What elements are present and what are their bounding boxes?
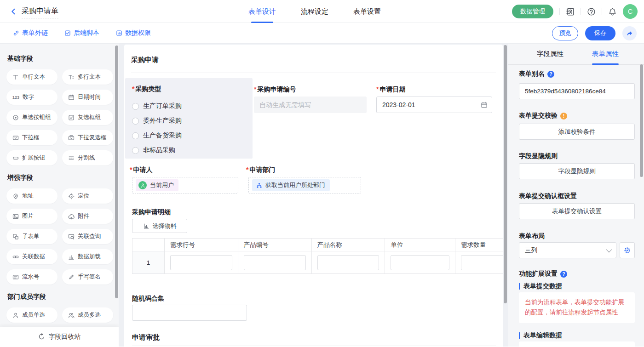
field-item-member-multi[interactable]: 成员多选 bbox=[62, 307, 113, 323]
help-question-icon[interactable] bbox=[547, 71, 554, 78]
confirm-box-button[interactable]: 表单提交确认设置 bbox=[519, 203, 635, 219]
confirm-box-label: 表单提交确认框设置 bbox=[519, 192, 577, 200]
quantity-cell-input[interactable] bbox=[461, 255, 503, 270]
user-avatar[interactable]: C bbox=[623, 4, 638, 19]
field-item-subform[interactable]: 子表单 bbox=[6, 229, 58, 244]
field-item-number[interactable]: 123数字 bbox=[6, 90, 58, 105]
radio-icon bbox=[12, 114, 19, 121]
field-item-label: 数字 bbox=[23, 93, 34, 101]
share-button[interactable] bbox=[622, 26, 637, 40]
layout-select[interactable]: 三列 bbox=[519, 242, 616, 258]
tab-flow-setting[interactable]: 流程设定 bbox=[301, 0, 328, 23]
field-item-label: 单行文本 bbox=[22, 73, 45, 81]
preview-button[interactable]: 预览 bbox=[552, 26, 578, 40]
radio-circle-icon[interactable] bbox=[132, 132, 139, 139]
field-item-serial-number[interactable]: 流水号 bbox=[6, 269, 58, 284]
department-label: 申请部门 bbox=[246, 166, 275, 174]
radio-option-stock[interactable]: 生产备货采购 bbox=[132, 128, 253, 143]
warning-icon[interactable] bbox=[560, 113, 567, 119]
help-question-icon[interactable] bbox=[560, 271, 567, 278]
divider bbox=[602, 8, 602, 15]
tab-form-setting[interactable]: 表单设置 bbox=[353, 0, 381, 23]
field-palette-sidebar: 基础字段 单行文本 多行文本 123数字 日期时间 单选按钮组 复选框组 下拉框… bbox=[0, 44, 119, 347]
save-button[interactable]: 保存 bbox=[585, 26, 615, 40]
tab-form-design[interactable]: 表单设计 bbox=[248, 0, 276, 23]
radio-option-outsourced[interactable]: 委外生产采购 bbox=[132, 114, 253, 128]
field-purchase-type[interactable]: 采购类型 生产订单采购 委外生产采购 生产备货采购 非标品采购 bbox=[125, 78, 253, 159]
form-alias-input[interactable] bbox=[519, 83, 635, 99]
layout-select-value: 三列 bbox=[525, 246, 537, 255]
add-validation-button[interactable]: 添加校验条件 bbox=[519, 124, 635, 140]
page-title[interactable]: 采购申请单 bbox=[22, 6, 58, 18]
tab-form-properties[interactable]: 表单属性 bbox=[592, 44, 619, 64]
toolbar-actions: 预览 保存 bbox=[552, 26, 637, 40]
help-icon[interactable] bbox=[587, 7, 596, 16]
radio-option-label: 非标品采购 bbox=[143, 146, 175, 154]
product-name-cell-input[interactable] bbox=[317, 255, 380, 270]
field-item-related-data[interactable]: 关联数据 bbox=[6, 249, 58, 264]
request-no-label: 采购申请编号 bbox=[254, 85, 296, 94]
table-row: 1 bbox=[132, 251, 503, 274]
radio-option-production-order[interactable]: 生产订单采购 bbox=[132, 99, 253, 114]
random-code-input[interactable] bbox=[132, 305, 247, 321]
visibility-rules-button[interactable]: 字段显隐规则 bbox=[519, 163, 635, 179]
field-item-location[interactable]: 定位 bbox=[62, 188, 113, 204]
radio-circle-icon[interactable] bbox=[132, 147, 139, 154]
form-canvas: 采购申请 采购类型 生产订单采购 委外生产采购 生产备货采购 非标品采购 采购申… bbox=[119, 44, 508, 347]
data-manage-button[interactable]: 数据管理 bbox=[512, 5, 553, 18]
form-toolbar: 表单外链 后端脚本 数据权限 预览 保存 bbox=[0, 23, 644, 44]
field-item-related-query[interactable]: 关联查询 bbox=[62, 229, 113, 244]
notification-bell-icon[interactable] bbox=[608, 7, 617, 16]
field-item-radio-group[interactable]: 单选按钮组 bbox=[6, 110, 58, 125]
line-no-cell-input[interactable] bbox=[170, 255, 232, 270]
select-material-button[interactable]: 选择物料 bbox=[132, 219, 187, 233]
field-item-label: 子表单 bbox=[22, 233, 40, 240]
chevron-down-icon bbox=[606, 247, 612, 253]
external-link-button[interactable]: 表单外链 bbox=[13, 29, 48, 37]
field-item-address[interactable]: 地址 bbox=[6, 188, 58, 204]
request-no-input[interactable] bbox=[254, 97, 367, 113]
unit-cell-input[interactable] bbox=[391, 255, 449, 270]
radio-circle-icon[interactable] bbox=[132, 103, 139, 110]
field-item-select[interactable]: 下拉框 bbox=[6, 130, 58, 145]
field-item-signature[interactable]: 手写签名 bbox=[62, 269, 113, 284]
product-no-cell-input[interactable] bbox=[244, 255, 306, 270]
field-item-divider[interactable]: 分割线 bbox=[62, 150, 113, 165]
serial-number-icon bbox=[12, 274, 19, 280]
form-designer-app: 采购申请单 表单设计 流程设定 表单设置 数据管理 C 表单外链 后端脚本 数据… bbox=[0, 0, 644, 347]
field-item-label: 单选按钮组 bbox=[22, 114, 51, 121]
back-icon[interactable] bbox=[10, 8, 17, 15]
backend-script-button[interactable]: 后端脚本 bbox=[64, 29, 99, 37]
radio-option-nonstandard[interactable]: 非标品采购 bbox=[132, 143, 253, 158]
field-item-single-line-text[interactable]: 单行文本 bbox=[6, 69, 58, 85]
canvas-scrollbar[interactable] bbox=[504, 45, 507, 303]
field-item-attachment[interactable]: 附件 bbox=[62, 209, 113, 224]
field-item-label: 关联查询 bbox=[78, 233, 101, 240]
field-item-image[interactable]: 图片 bbox=[6, 209, 58, 224]
contacts-book-icon[interactable] bbox=[566, 7, 575, 16]
radio-circle-icon[interactable] bbox=[132, 118, 139, 125]
field-item-checkbox-group[interactable]: 复选框组 bbox=[62, 110, 113, 125]
department-field[interactable]: 获取当前用户所处部门 bbox=[248, 177, 361, 193]
current-user-tag[interactable]: 当前用户 bbox=[136, 179, 178, 191]
layout-settings-button[interactable] bbox=[620, 242, 635, 258]
field-item-extend-button[interactable]: 扩展按钮 bbox=[6, 150, 58, 165]
data-permission-button[interactable]: 数据权限 bbox=[116, 29, 151, 37]
tab-field-properties[interactable]: 字段属性 bbox=[537, 44, 564, 64]
field-item-label: 下拉框 bbox=[22, 134, 40, 142]
department-tag[interactable]: 获取当前用户所处部门 bbox=[252, 179, 330, 191]
field-recycle-bin[interactable]: 字段回收站 bbox=[0, 327, 119, 347]
request-date-input[interactable] bbox=[376, 97, 492, 113]
field-item-datetime[interactable]: 日期时间 bbox=[62, 90, 113, 105]
field-item-member-single[interactable]: 成员单选 bbox=[6, 307, 58, 323]
field-item-multi-select[interactable]: 下拉复选框 bbox=[62, 130, 113, 145]
edit-data-subtitle: 表单编辑数据 bbox=[519, 331, 562, 340]
field-item-label: 多行文本 bbox=[78, 73, 101, 81]
panel-scrollbar[interactable] bbox=[640, 64, 643, 177]
department-tag-label: 获取当前用户所处部门 bbox=[265, 181, 325, 189]
sidebar-scrollbar[interactable] bbox=[115, 46, 118, 298]
field-item-data-load[interactable]: 数据加载 bbox=[62, 249, 113, 264]
field-item-multi-line-text[interactable]: 多行文本 bbox=[62, 69, 113, 85]
field-item-label: 手写签名 bbox=[78, 273, 101, 281]
applicant-field[interactable]: 当前用户 bbox=[132, 177, 238, 193]
